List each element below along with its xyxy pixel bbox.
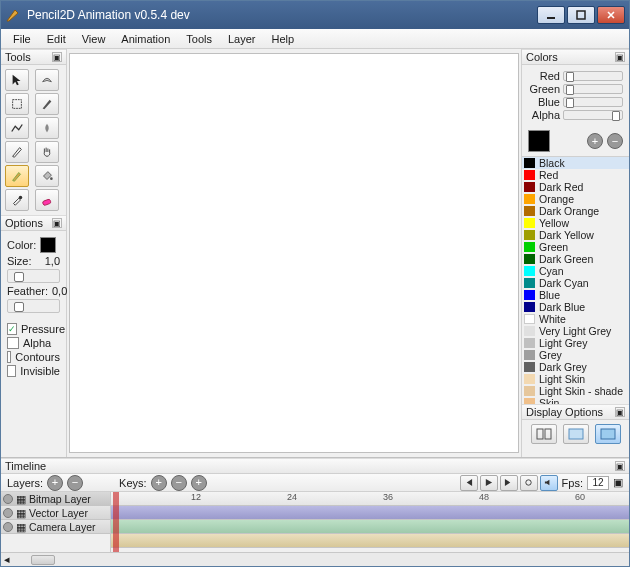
display-panel-header[interactable]: Display Options ▣ <box>522 404 629 420</box>
visibility-icon[interactable] <box>3 522 13 532</box>
undock-icon[interactable]: ▣ <box>615 407 625 417</box>
color-list-item[interactable]: Green <box>522 241 629 253</box>
select-tool[interactable] <box>5 93 29 115</box>
menu-tools[interactable]: Tools <box>178 31 220 47</box>
timeline-track[interactable] <box>111 520 629 534</box>
pencil-tool[interactable] <box>5 165 29 187</box>
color-list-item[interactable]: Red <box>522 169 629 181</box>
colors-panel-header[interactable]: Colors ▣ <box>522 49 629 65</box>
remove-key-button[interactable]: − <box>171 475 187 491</box>
menu-bar: File Edit View Animation Tools Layer Hel… <box>1 29 629 49</box>
playhead[interactable] <box>113 492 119 552</box>
smudge-tool[interactable] <box>35 117 59 139</box>
display-option-3[interactable] <box>595 424 621 444</box>
menu-help[interactable]: Help <box>264 31 303 47</box>
timeline-ruler[interactable]: 1224364860 <box>111 492 629 506</box>
menu-layer[interactable]: Layer <box>220 31 264 47</box>
layer-row[interactable]: ▦Camera Layer <box>1 520 110 534</box>
duplicate-key-button[interactable]: + <box>191 475 207 491</box>
timeline-track[interactable] <box>111 506 629 520</box>
color-list-item[interactable]: Blue <box>522 289 629 301</box>
close-button[interactable] <box>597 6 625 24</box>
fps-input[interactable]: 12 <box>587 476 609 490</box>
color-list-item[interactable]: Dark Orange <box>522 205 629 217</box>
visibility-icon[interactable] <box>3 508 13 518</box>
menu-edit[interactable]: Edit <box>39 31 74 47</box>
minimize-button[interactable] <box>537 6 565 24</box>
brush-tool[interactable] <box>35 93 59 115</box>
invisible-checkbox[interactable] <box>7 365 16 377</box>
clear-tool[interactable] <box>35 69 59 91</box>
add-key-button[interactable]: + <box>151 475 167 491</box>
color-list-item[interactable]: Dark Grey <box>522 361 629 373</box>
undock-icon[interactable]: ▣ <box>52 52 62 62</box>
layer-row[interactable]: ▦Vector Layer <box>1 506 110 520</box>
timeline-panel-header[interactable]: Timeline ▣ <box>1 458 629 474</box>
scrollbar-thumb[interactable] <box>31 555 55 565</box>
color-list-item[interactable]: Grey <box>522 349 629 361</box>
color-list-item[interactable]: Light Skin - shade <box>522 385 629 397</box>
current-color-swatch[interactable] <box>528 130 550 152</box>
color-list-item[interactable]: Cyan <box>522 265 629 277</box>
timeline-scrollbar[interactable]: ◂ <box>1 552 629 566</box>
undock-icon[interactable]: ▣ <box>52 218 62 228</box>
color-list-item[interactable]: Orange <box>522 193 629 205</box>
color-list-item[interactable]: Black <box>522 157 629 169</box>
pressure-checkbox[interactable] <box>7 323 17 335</box>
options-panel-header[interactable]: Options ▣ <box>1 215 66 231</box>
drawing-canvas[interactable] <box>69 53 519 453</box>
sound-button[interactable] <box>540 475 558 491</box>
tools-panel-header[interactable]: Tools ▣ <box>1 49 66 65</box>
color-list-item[interactable]: Yellow <box>522 217 629 229</box>
color-list-item[interactable]: Light Grey <box>522 337 629 349</box>
size-slider[interactable] <box>7 269 60 283</box>
add-color-button[interactable]: + <box>587 133 603 149</box>
fps-stepper-icon[interactable]: ▣ <box>613 476 623 489</box>
timeline-track-area[interactable]: 1224364860 <box>111 492 629 552</box>
menu-animation[interactable]: Animation <box>113 31 178 47</box>
display-option-1[interactable] <box>531 424 557 444</box>
timeline-track[interactable] <box>111 534 629 548</box>
red-slider[interactable] <box>563 71 623 81</box>
remove-color-button[interactable]: − <box>607 133 623 149</box>
eraser-tool[interactable] <box>35 189 59 211</box>
color-list-item[interactable]: Dark Blue <box>522 301 629 313</box>
play-button[interactable] <box>480 475 498 491</box>
color-list-item[interactable]: Dark Red <box>522 181 629 193</box>
feather-slider[interactable] <box>7 299 60 313</box>
color-list-item[interactable]: Dark Green <box>522 253 629 265</box>
bucket-tool[interactable] <box>35 165 59 187</box>
eyedropper-tool[interactable] <box>5 189 29 211</box>
color-list-item[interactable]: Dark Cyan <box>522 277 629 289</box>
visibility-icon[interactable] <box>3 494 13 504</box>
move-tool[interactable] <box>5 69 29 91</box>
color-list-item[interactable]: White <box>522 313 629 325</box>
color-palette-list[interactable]: BlackRedDark RedOrangeDark OrangeYellowD… <box>522 156 629 404</box>
color-list-item[interactable]: Very Light Grey <box>522 325 629 337</box>
last-frame-button[interactable] <box>500 475 518 491</box>
pen-tool[interactable] <box>5 141 29 163</box>
alpha-checkbox[interactable] <box>7 337 19 349</box>
blue-slider[interactable] <box>563 97 623 107</box>
undock-icon[interactable]: ▣ <box>615 461 625 471</box>
maximize-button[interactable] <box>567 6 595 24</box>
green-slider[interactable] <box>563 84 623 94</box>
layers-label: Layers: <box>7 477 43 489</box>
first-frame-button[interactable] <box>460 475 478 491</box>
add-layer-button[interactable]: + <box>47 475 63 491</box>
color-list-item[interactable]: Skin <box>522 397 629 404</box>
menu-view[interactable]: View <box>74 31 114 47</box>
hand-tool[interactable] <box>35 141 59 163</box>
menu-file[interactable]: File <box>5 31 39 47</box>
layer-row[interactable]: ▦Bitmap Layer <box>1 492 110 506</box>
loop-button[interactable] <box>520 475 538 491</box>
color-swatch[interactable] <box>40 237 56 253</box>
color-list-item[interactable]: Light Skin <box>522 373 629 385</box>
alpha-slider[interactable] <box>563 110 623 120</box>
polyline-tool[interactable] <box>5 117 29 139</box>
contours-checkbox[interactable] <box>7 351 11 363</box>
display-option-2[interactable] <box>563 424 589 444</box>
undock-icon[interactable]: ▣ <box>615 52 625 62</box>
remove-layer-button[interactable]: − <box>67 475 83 491</box>
color-list-item[interactable]: Dark Yellow <box>522 229 629 241</box>
